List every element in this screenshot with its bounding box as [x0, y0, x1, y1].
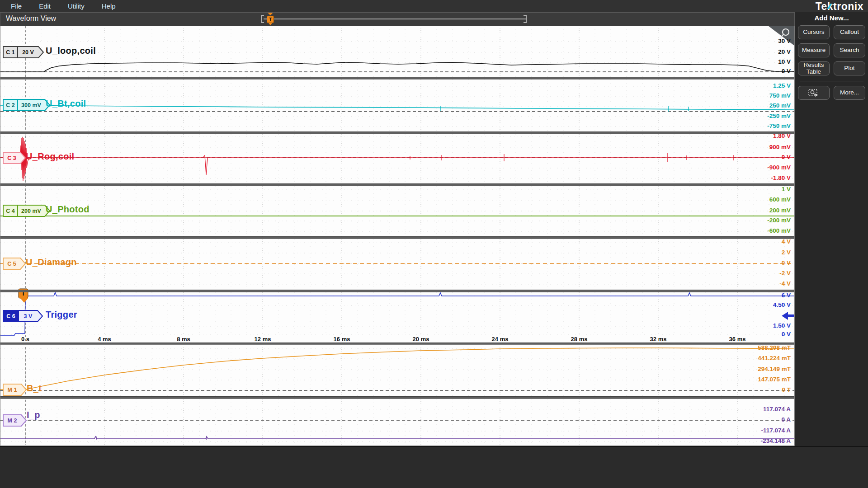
slice-separator: [0, 77, 794, 80]
svg-text:M 1: M 1: [8, 387, 17, 393]
axis-tick-label: 250 mV: [769, 102, 791, 109]
axis-tick-label: 0 V: [782, 259, 791, 266]
zoom-select-icon: [808, 89, 820, 98]
axis-tick-label: 600 mV: [769, 196, 791, 203]
axis-tick-label: 4.50 V: [773, 301, 791, 308]
svg-text:300 mV: 300 mV: [21, 102, 41, 108]
slice-separator: [0, 236, 794, 239]
channel-badge-ch1[interactable]: C 120 V: [3, 47, 43, 58]
axis-tick-label: -250 mV: [767, 113, 791, 119]
more-button[interactable]: More...: [834, 86, 865, 100]
channel-label-ch6: Trigger: [46, 310, 77, 320]
tektronix-logo: Tektronix: [816, 0, 863, 13]
axis-tick-label: -234.148 A: [761, 437, 791, 444]
svg-text:200 mV: 200 mV: [21, 208, 41, 214]
measure-button[interactable]: Measure: [798, 43, 830, 57]
axis-tick-label: 20 V: [778, 48, 791, 55]
svg-text:C 2: C 2: [6, 102, 15, 108]
channel-badge-ch3[interactable]: C 3: [3, 152, 25, 164]
axis-tick-label: 200 mV: [769, 207, 791, 214]
menu-item-utility[interactable]: Utility: [61, 1, 91, 11]
axis-tick-label: 30 V: [778, 38, 791, 44]
channel-badge-ch2[interactable]: C 2300 mV: [3, 99, 50, 111]
plot-button[interactable]: Plot: [834, 61, 865, 75]
menu-item-edit[interactable]: Edit: [33, 1, 57, 11]
axis-tick-label: 10 V: [778, 58, 791, 65]
axis-tick-label: 0 V: [782, 331, 791, 338]
svg-text:C 5: C 5: [7, 261, 16, 267]
record-trigger-tail-icon: [269, 23, 272, 25]
slice-separator: [0, 396, 794, 399]
zoom-mode-button[interactable]: [798, 86, 830, 100]
time-axis-label: 28 ms: [571, 336, 588, 343]
record-view-bar[interactable]: T: [261, 13, 532, 26]
time-axis-label: 36 ms: [729, 336, 746, 343]
waveform-view-header: Waveform View T: [0, 12, 795, 26]
time-axis-label: 8 ms: [177, 336, 190, 343]
axis-tick-label: -4 V: [779, 280, 791, 287]
record-right-bracket: [524, 15, 527, 23]
axis-tick-label: 0 T: [782, 386, 791, 393]
channel-label-ch3: U_Rog,coil: [26, 151, 74, 162]
time-axis-label: 32 ms: [650, 336, 667, 343]
svg-text:M 2: M 2: [8, 418, 17, 424]
axis-tick-label: 441.224 mT: [758, 355, 791, 361]
time-axis-label: 4 ms: [98, 336, 111, 343]
axis-tick-label: 1.50 V: [773, 322, 791, 329]
time-axis-label: 16 ms: [334, 336, 350, 343]
search-button[interactable]: Search: [834, 43, 865, 57]
axis-tick-label: 294.149 mT: [758, 366, 791, 372]
channel-badge-math2[interactable]: M 2: [3, 415, 26, 426]
axis-tick-label: 117.074 A: [763, 406, 791, 413]
record-trigger-arrow-icon: [268, 13, 273, 15]
axis-tick-label: 1 V: [782, 186, 791, 192]
channel-badge-ch5[interactable]: C 5: [3, 258, 25, 269]
channel-badge-ch4[interactable]: C 4200 mV: [3, 205, 50, 216]
svg-text:C 3: C 3: [7, 155, 16, 161]
channel-label-math2: I_p: [27, 410, 40, 420]
channel-label-math1: B_t: [27, 383, 42, 394]
axis-tick-label: 4 V: [782, 238, 791, 245]
slice-separator: [0, 343, 794, 345]
svg-text:C 1: C 1: [6, 49, 15, 56]
channel-badge-math1[interactable]: M 1: [3, 384, 26, 395]
cursors-button[interactable]: Cursors: [798, 25, 830, 39]
axis-tick-label: -2 V: [779, 270, 791, 277]
axis-tick-label: 2 V: [782, 249, 791, 256]
callout-button[interactable]: Callout: [834, 25, 865, 39]
axis-tick-label: 0 A: [781, 416, 791, 423]
channel-label-ch2: U_Bt,coil: [46, 99, 86, 109]
axis-tick-label: 588.298 mT: [758, 344, 791, 351]
slice-separator: [0, 183, 794, 186]
sidebar-buttons: CursorsCalloutMeasureSearchResults Table…: [795, 25, 868, 75]
axis-tick-label: -200 mV: [767, 217, 791, 224]
axis-tick-label: 6 V: [782, 292, 791, 299]
record-trigger-marker[interactable]: T: [267, 16, 274, 23]
axis-tick-label: 147.075 mT: [758, 376, 791, 383]
axis-tick-label: -117.074 A: [761, 427, 791, 434]
axis-tick-label: 900 mV: [769, 144, 791, 150]
slice-separator: [0, 131, 794, 134]
axis-tick-label: -750 mV: [767, 122, 791, 129]
svg-text:3 V: 3 V: [24, 313, 33, 319]
axis-tick-label: -600 mV: [767, 227, 791, 234]
time-axis-label: 0 s: [21, 336, 29, 343]
svg-text:20 V: 20 V: [22, 49, 34, 56]
channel-badge-ch6[interactable]: C 63 V: [3, 310, 42, 322]
channel-label-ch1: U_loop,coil: [46, 46, 96, 56]
record-left-bracket: [261, 15, 264, 23]
axis-tick-label: 0 V: [782, 68, 791, 75]
waveform-canvas: C 120 VC 2300 mVC 3C 4200 mVC 5C 63 VM 1…: [0, 26, 794, 445]
axis-tick-label: -1.80 V: [771, 174, 791, 181]
menu-item-file[interactable]: File: [5, 1, 28, 11]
slice-separator: [0, 290, 794, 292]
waveform-plot-area[interactable]: C 120 VC 2300 mVC 3C 4200 mVC 5C 63 VM 1…: [0, 26, 795, 446]
axis-tick-label: 750 mV: [769, 92, 791, 99]
menu-bar: FileEditUtilityHelp: [0, 0, 868, 12]
time-axis-label: 24 ms: [492, 336, 509, 343]
results-table-button[interactable]: Results Table: [798, 61, 830, 75]
axis-tick-label: -900 mV: [767, 164, 791, 171]
axis-tick-label: 1.25 V: [773, 82, 791, 89]
trigger-level-arrow[interactable]: [782, 312, 794, 320]
menu-item-help[interactable]: Help: [95, 1, 122, 11]
